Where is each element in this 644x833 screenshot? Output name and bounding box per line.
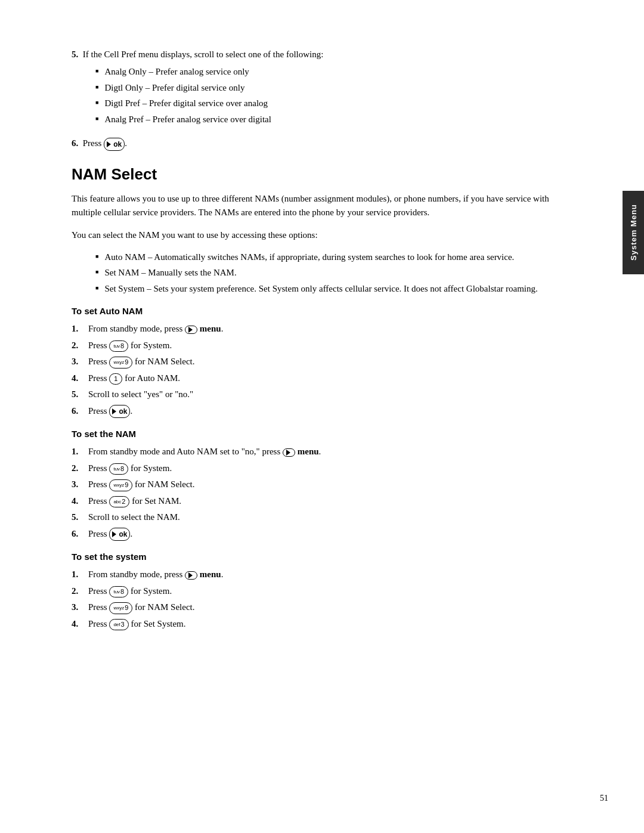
section-heading-nam-select: NAM Select bbox=[72, 165, 561, 184]
sub-heading-auto-nam: To set Auto NAM bbox=[72, 306, 561, 316]
ok-button-icon: ok bbox=[104, 138, 125, 151]
step-item: 1. From standby mode and Auto NAM set to… bbox=[72, 445, 561, 459]
bullet-item: Digtl Only – Prefer digital service only bbox=[95, 81, 561, 95]
nam-para1: This feature allows you to use up to thr… bbox=[72, 192, 561, 220]
step5-intro: 5. If the Cell Pref menu displays, scrol… bbox=[72, 48, 561, 126]
key-wxyz9: wxyz9 bbox=[109, 357, 132, 368]
step-item: 5. Scroll to select the NAM. bbox=[72, 510, 561, 524]
ok-arrow-icon-2 bbox=[112, 408, 116, 414]
page-number: 51 bbox=[600, 794, 608, 803]
ok-button-icon-3: ok bbox=[109, 528, 130, 541]
sub-heading-set-nam: To set the NAM bbox=[72, 429, 561, 439]
key-tuv8: tuv8 bbox=[109, 340, 128, 352]
key-1: 1 bbox=[109, 373, 122, 385]
auto-nam-steps: 1. From standby mode, press menu. 2. Pre… bbox=[72, 322, 561, 418]
step5-bullets: Analg Only – Prefer analog service only … bbox=[95, 65, 561, 126]
ok-button-icon-2: ok bbox=[109, 405, 130, 418]
set-system-steps: 1. From standby mode, press menu. 2. Pre… bbox=[72, 568, 561, 630]
step-item: 4. Press 1 for Auto NAM. bbox=[72, 371, 561, 385]
menu-arrow-icon-3 bbox=[286, 450, 290, 456]
key-wxyz9-2: wxyz9 bbox=[109, 479, 132, 491]
step-item: 5. Scroll to select "yes" or "no." bbox=[72, 388, 561, 401]
key-wxyz9-3: wxyz9 bbox=[109, 602, 132, 614]
nam-bullet-setnam: Set NAM – Manually sets the NAM. bbox=[95, 266, 561, 280]
menu-button-icon-4 bbox=[185, 571, 197, 580]
step-item: 1. From standby mode, press menu. bbox=[72, 568, 561, 581]
step-item: 1. From standby mode, press menu. bbox=[72, 322, 561, 336]
step-item: 3. Press wxyz9 for NAM Select. bbox=[72, 600, 561, 614]
key-tuv8-3: tuv8 bbox=[109, 586, 128, 597]
set-nam-steps: 1. From standby mode and Auto NAM set to… bbox=[72, 445, 561, 541]
step-item: 6. Press ok . bbox=[72, 527, 561, 541]
page-container: System Menu 5. If the Cell Pref menu dis… bbox=[0, 0, 644, 833]
side-tab: System Menu bbox=[623, 191, 644, 274]
nam-bullets: Auto NAM – Automatically switches NAMs, … bbox=[95, 250, 561, 296]
step6-line: 6. Press ok . bbox=[72, 137, 561, 151]
nam-para2: You can select the NAM you want to use b… bbox=[72, 228, 561, 242]
step-item: 2. Press tuv8 for System. bbox=[72, 462, 561, 475]
bullet-item: Analg Only – Prefer analog service only bbox=[95, 65, 561, 79]
key-tuv8-2: tuv8 bbox=[109, 463, 128, 475]
bullet-item: Analg Pref – Prefer analog service over … bbox=[95, 113, 561, 126]
ok-arrow-icon-3 bbox=[112, 531, 116, 537]
menu-arrow-icon-4 bbox=[188, 572, 193, 578]
step-item: 2. Press tuv8 for System. bbox=[72, 339, 561, 352]
key-abc2: abc2 bbox=[109, 496, 129, 507]
step5-text: 5. If the Cell Pref menu displays, scrol… bbox=[72, 48, 323, 61]
step-item: 6. Press ok . bbox=[72, 404, 561, 419]
step-item: 4. Press def3 for Set System. bbox=[72, 617, 561, 631]
step-item: 4. Press abc2 for Set NAM. bbox=[72, 494, 561, 508]
step-item: 3. Press wxyz9 for NAM Select. bbox=[72, 478, 561, 491]
nam-bullet-autonam: Auto NAM – Automatically switches NAMs, … bbox=[95, 250, 561, 264]
key-def3: def3 bbox=[109, 619, 128, 630]
bullet-item: Digtl Pref – Prefer digital service over… bbox=[95, 97, 561, 110]
menu-button-icon-1 bbox=[185, 326, 197, 334]
main-content: 5. If the Cell Pref menu displays, scrol… bbox=[72, 48, 561, 630]
menu-arrow-icon bbox=[188, 327, 193, 333]
sub-heading-set-system: To set the system bbox=[72, 552, 561, 562]
nam-bullet-setsystem: Set System – Sets your system preference… bbox=[95, 282, 561, 296]
ok-arrow-icon bbox=[107, 141, 111, 147]
side-tab-label: System Menu bbox=[629, 205, 638, 261]
step-item: 3. Press wxyz9 for NAM Select. bbox=[72, 355, 561, 368]
menu-button-icon-3 bbox=[283, 448, 295, 457]
step5-line: 5. If the Cell Pref menu displays, scrol… bbox=[72, 48, 561, 61]
step-item: 2. Press tuv8 for System. bbox=[72, 584, 561, 598]
